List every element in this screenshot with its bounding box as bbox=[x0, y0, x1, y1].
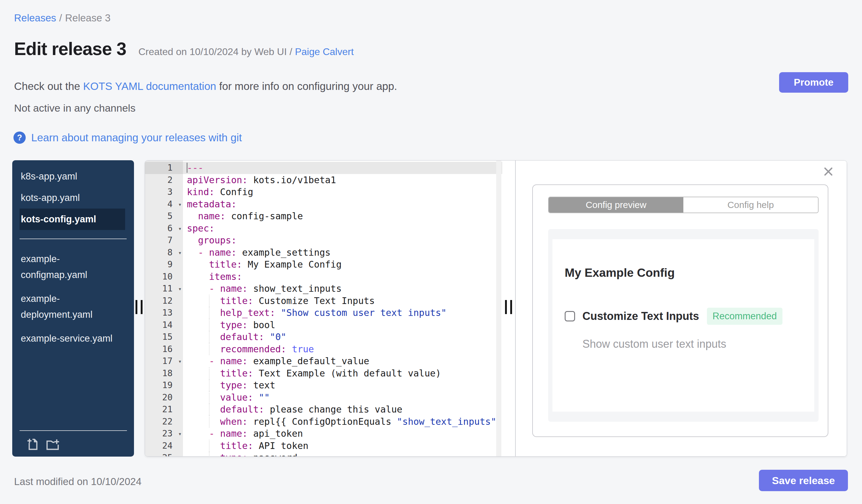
promote-button[interactable]: Promote bbox=[779, 72, 848, 93]
indent-guide bbox=[209, 367, 210, 380]
file-item-kots-app.yaml[interactable]: kots-app.yaml bbox=[19, 187, 125, 209]
rendered-config: My Example Config Customize Text Inputs … bbox=[552, 239, 814, 412]
line-number: 18 bbox=[145, 367, 183, 380]
file-item-example-deployment.yaml[interactable]: example-deployment.yaml bbox=[19, 287, 125, 327]
code-line-7[interactable]: 7 groups: bbox=[145, 234, 502, 247]
docs-line: Check out the KOTS YAML documentation fo… bbox=[14, 80, 397, 92]
code-line-25[interactable]: 25 type: password bbox=[145, 452, 502, 456]
indent-guide bbox=[209, 343, 210, 355]
fold-arrow-icon[interactable]: ▾ bbox=[178, 283, 182, 295]
line-number: 21 bbox=[145, 403, 183, 416]
code-line-20[interactable]: 20 value: "" bbox=[145, 392, 502, 404]
file-list: k8s-app.yamlkots-app.yamlkots-config.yam… bbox=[12, 160, 134, 350]
code-line-6[interactable]: 6▾spec: bbox=[145, 222, 502, 235]
editor-container: 1---2apiVersion: kots.io/v1beta13kind: C… bbox=[145, 160, 847, 456]
code-line-9[interactable]: 9 title: My Example Config bbox=[145, 258, 502, 271]
code-line-4[interactable]: 4▾metadata: bbox=[145, 198, 502, 210]
code-line-21[interactable]: 21 default: please change this value bbox=[145, 403, 502, 416]
fold-arrow-icon[interactable]: ▾ bbox=[178, 247, 182, 259]
code-line-23[interactable]: 23▾ - name: api_token bbox=[145, 427, 502, 440]
fold-arrow-icon[interactable]: ▾ bbox=[178, 428, 182, 440]
code-line-17[interactable]: 17▾ - name: example_default_value bbox=[145, 355, 502, 367]
code-line-3[interactable]: 3kind: Config bbox=[145, 186, 502, 198]
tab-config-preview[interactable]: Config preview bbox=[549, 197, 683, 213]
code-line-8[interactable]: 8▾ - name: example_settings bbox=[145, 247, 502, 259]
tab-config-help[interactable]: Config help bbox=[683, 197, 818, 213]
code-line-1[interactable]: 1--- bbox=[145, 162, 502, 174]
kots-yaml-docs-link[interactable]: KOTS YAML documentation bbox=[83, 80, 216, 92]
breadcrumb-current: Release 3 bbox=[65, 12, 111, 24]
question-mark-icon[interactable]: ? bbox=[13, 132, 26, 144]
code-line-10[interactable]: 10 items: bbox=[145, 271, 502, 283]
file-group-1: k8s-app.yamlkots-app.yamlkots-config.yam… bbox=[12, 160, 134, 230]
config-item-label: Customize Text Inputs bbox=[583, 310, 699, 323]
git-releases-link[interactable]: Learn about managing your releases with … bbox=[31, 132, 242, 144]
customize-text-inputs-checkbox[interactable] bbox=[565, 311, 575, 321]
created-meta: Created on 10/10/2024 by Web UI / Paige … bbox=[138, 46, 354, 57]
code-line-15[interactable]: 15 default: "0" bbox=[145, 331, 502, 343]
preview-body: My Example Config Customize Text Inputs … bbox=[548, 229, 819, 422]
indent-guide bbox=[209, 331, 210, 343]
file-item-kots-config.yaml[interactable]: kots-config.yaml bbox=[19, 209, 125, 230]
code-line-2[interactable]: 2apiVersion: kots.io/v1beta1 bbox=[145, 174, 502, 186]
new-file-icon[interactable] bbox=[26, 437, 40, 451]
fold-arrow-icon[interactable]: ▾ bbox=[178, 198, 182, 211]
code-line-12[interactable]: 12 title: Customize Text Inputs bbox=[145, 295, 502, 307]
breadcrumb-releases-link[interactable]: Releases bbox=[14, 12, 56, 24]
breadcrumb: Releases/Release 3 bbox=[14, 12, 110, 24]
config-preview-panel: Config previewConfig help My Example Con… bbox=[516, 161, 847, 456]
code-line-14[interactable]: 14 type: bool bbox=[145, 319, 502, 331]
line-number: 16 bbox=[145, 343, 183, 355]
code-line-16[interactable]: 16 recommended: true bbox=[145, 343, 502, 355]
config-preview-card: Config previewConfig help My Example Con… bbox=[532, 184, 828, 437]
code-line-19[interactable]: 19 type: text bbox=[145, 379, 502, 392]
sidebar-bottom bbox=[19, 430, 127, 452]
created-text: Created on 10/10/2024 by Web UI / bbox=[138, 46, 292, 57]
indent-guide bbox=[209, 307, 210, 319]
line-number: 6▾ bbox=[145, 222, 183, 235]
line-number: 4▾ bbox=[145, 198, 183, 210]
line-number: 8▾ bbox=[145, 247, 183, 259]
line-number: 20 bbox=[145, 392, 183, 404]
sidebar-resize-handle[interactable] bbox=[135, 300, 143, 314]
indent-guide bbox=[209, 295, 210, 307]
code-line-5[interactable]: 5 name: config-sample bbox=[145, 210, 502, 222]
close-icon[interactable] bbox=[823, 166, 834, 178]
file-item-example-service.yaml[interactable]: example-service.yaml bbox=[19, 327, 125, 350]
line-number: 15 bbox=[145, 331, 183, 343]
fold-arrow-icon[interactable]: ▾ bbox=[178, 223, 182, 235]
recommended-badge: Recommended bbox=[707, 308, 782, 325]
yaml-editor[interactable]: 1---2apiVersion: kots.io/v1beta13kind: C… bbox=[145, 162, 502, 456]
line-number: 12 bbox=[145, 295, 183, 307]
config-group-title: My Example Config bbox=[565, 266, 814, 279]
line-number: 25 bbox=[145, 452, 183, 456]
file-item-k8s-app.yaml[interactable]: k8s-app.yaml bbox=[19, 166, 125, 187]
fold-arrow-icon[interactable]: ▾ bbox=[178, 355, 182, 368]
file-list-divider bbox=[19, 239, 127, 239]
title-row: Edit release 3 Created on 10/10/2024 by … bbox=[14, 39, 354, 59]
line-number: 9 bbox=[145, 258, 183, 271]
line-number: 7 bbox=[145, 234, 183, 247]
indent-guide bbox=[209, 392, 210, 404]
author-link[interactable]: Paige Calvert bbox=[295, 46, 354, 57]
code-line-22[interactable]: 22 when: repl{{ ConfigOptionEquals "show… bbox=[145, 416, 502, 428]
channel-status: Not active in any channels bbox=[14, 102, 135, 114]
line-number: 5 bbox=[145, 210, 183, 222]
code-line-11[interactable]: 11▾ - name: show_text_inputs bbox=[145, 282, 502, 295]
code-line-24[interactable]: 24 title: API token bbox=[145, 440, 502, 452]
indent-guide bbox=[209, 416, 210, 428]
indent-guide bbox=[209, 440, 210, 452]
new-folder-icon[interactable] bbox=[45, 437, 61, 451]
line-number: 22 bbox=[145, 416, 183, 428]
save-release-button[interactable]: Save release bbox=[759, 470, 848, 491]
editor-resize-handle[interactable] bbox=[505, 300, 512, 314]
line-number: 2 bbox=[145, 174, 183, 186]
indent-guide bbox=[209, 403, 210, 416]
file-item-example-configmap.yaml[interactable]: example-configmap.yaml bbox=[19, 247, 125, 287]
code-line-13[interactable]: 13 help_text: "Show custom user text inp… bbox=[145, 307, 502, 319]
docs-text-after: for more info on configuring your app. bbox=[216, 80, 397, 92]
editor-scrollbar[interactable] bbox=[496, 161, 501, 456]
code-line-18[interactable]: 18 title: Text Example (with default val… bbox=[145, 367, 502, 380]
line-number: 19 bbox=[145, 379, 183, 392]
file-tree-sidebar: k8s-app.yamlkots-app.yamlkots-config.yam… bbox=[12, 160, 134, 456]
